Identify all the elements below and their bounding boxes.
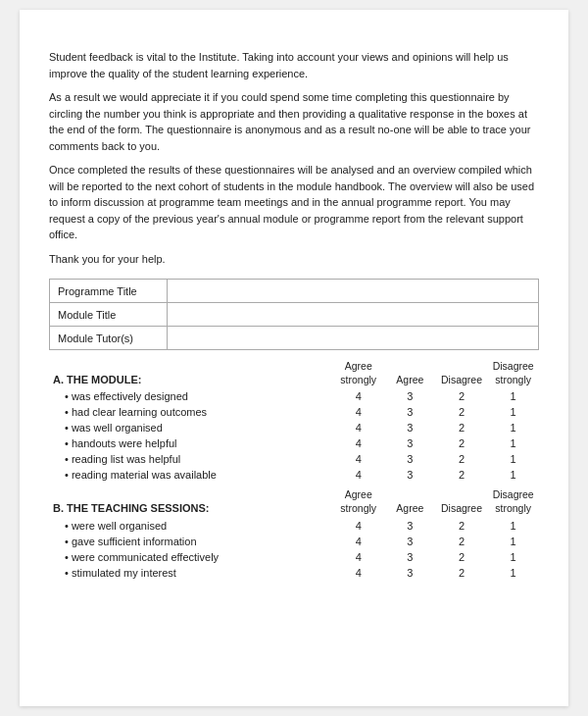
eval-item-label: • gave sufficient information (49, 534, 332, 549)
eval-score: 3 (384, 565, 436, 581)
eval-score: 3 (384, 518, 436, 534)
eval-row: • was well organised4321 (49, 420, 539, 435)
eval-score: 4 (332, 534, 384, 549)
header-A-0: Agreestrongly (332, 358, 384, 388)
eval-item-label: • handouts were helpful (49, 435, 332, 451)
header-A-3: Disagreestrongly (487, 358, 539, 388)
eval-score: 4 (332, 565, 384, 581)
eval-score: 3 (384, 388, 436, 404)
eval-item-label: • were communicated effectively (49, 549, 332, 565)
eval-score: 3 (384, 404, 436, 420)
page: Student feedback is vital to the Institu… (20, 10, 568, 706)
eval-score: 2 (436, 420, 488, 435)
eval-score: 4 (332, 549, 384, 565)
section-title-B: B. THE TEACHING SESSIONS: (49, 486, 332, 517)
field-label-2: Module Tutor(s) (50, 327, 168, 350)
eval-score: 2 (436, 467, 488, 483)
intro-para-2: Once completed the results of these ques… (49, 162, 539, 243)
eval-score: 3 (384, 451, 436, 467)
eval-score: 4 (332, 420, 384, 435)
eval-score: 2 (436, 534, 488, 549)
eval-item-label: • was effectively designed (49, 388, 332, 404)
eval-row: • handouts were helpful4321 (49, 435, 539, 451)
eval-score: 1 (487, 451, 539, 467)
fields-table: Programme TitleModule TitleModule Tutor(… (49, 279, 539, 350)
eval-score: 1 (487, 565, 539, 581)
eval-score: 1 (487, 534, 539, 549)
field-label-0: Programme Title (50, 280, 168, 303)
eval-score: 1 (487, 518, 539, 534)
eval-score: 1 (487, 404, 539, 420)
eval-score: 4 (332, 435, 384, 451)
intro-para-1: As a result we would appreciate it if yo… (49, 89, 539, 154)
eval-score: 4 (332, 518, 384, 534)
eval-item-label: • reading material was available (49, 467, 332, 483)
field-value-2[interactable] (168, 327, 539, 350)
eval-item-label: • was well organised (49, 420, 332, 435)
eval-score: 2 (436, 549, 488, 565)
eval-score: 4 (332, 388, 384, 404)
eval-score: 4 (332, 467, 384, 483)
eval-row: • reading material was available4321 (49, 467, 539, 483)
eval-item-label: • had clear learning outcomes (49, 404, 332, 420)
header-A-2: Disagree (436, 358, 488, 388)
eval-score: 2 (436, 388, 488, 404)
header-A-1: Agree (384, 358, 436, 388)
eval-row: • stimulated my interest4321 (49, 565, 539, 581)
eval-item-label: • stimulated my interest (49, 565, 332, 581)
header-B-3: Disagreestrongly (487, 486, 539, 517)
field-label-1: Module Title (50, 303, 168, 327)
eval-score: 1 (487, 435, 539, 451)
field-row-0: Programme Title (50, 280, 539, 303)
eval-score: 4 (332, 404, 384, 420)
eval-score: 2 (436, 451, 488, 467)
section-A: A. THE MODULE:AgreestronglyAgreeDisagree… (49, 358, 539, 483)
eval-score: 1 (487, 549, 539, 565)
eval-score: 2 (436, 565, 488, 581)
eval-score: 2 (436, 435, 488, 451)
eval-score: 2 (436, 404, 488, 420)
field-row-1: Module Title (50, 303, 539, 327)
eval-score: 1 (487, 467, 539, 483)
eval-item-label: • were well organised (49, 518, 332, 534)
eval-row: • gave sufficient information4321 (49, 534, 539, 549)
eval-row: • was effectively designed4321 (49, 388, 539, 404)
eval-row: • were communicated effectively4321 (49, 549, 539, 565)
eval-score: 2 (436, 518, 488, 534)
eval-score: 1 (487, 388, 539, 404)
field-value-0[interactable] (168, 280, 539, 303)
field-row-2: Module Tutor(s) (50, 327, 539, 350)
eval-row: • were well organised4321 (49, 518, 539, 534)
header-B-1: Agree (384, 486, 436, 517)
eval-score: 3 (384, 534, 436, 549)
intro-para-3: Thank you for your help. (49, 251, 539, 268)
eval-table-A: A. THE MODULE:AgreestronglyAgreeDisagree… (49, 358, 539, 483)
section-B: B. THE TEACHING SESSIONS:AgreestronglyAg… (49, 486, 539, 580)
eval-score: 3 (384, 420, 436, 435)
intro-para-0: Student feedback is vital to the Institu… (49, 49, 539, 81)
eval-score: 3 (384, 435, 436, 451)
field-value-1[interactable] (168, 303, 539, 327)
eval-score: 3 (384, 467, 436, 483)
header-B-2: Disagree (436, 486, 488, 517)
eval-score: 1 (487, 420, 539, 435)
eval-row: • had clear learning outcomes4321 (49, 404, 539, 420)
eval-score: 4 (332, 451, 384, 467)
eval-row: • reading list was helpful4321 (49, 451, 539, 467)
eval-item-label: • reading list was helpful (49, 451, 332, 467)
eval-score: 3 (384, 549, 436, 565)
header-B-0: Agreestrongly (332, 486, 384, 517)
eval-table-B: B. THE TEACHING SESSIONS:AgreestronglyAg… (49, 486, 539, 580)
section-title-A: A. THE MODULE: (49, 358, 332, 388)
